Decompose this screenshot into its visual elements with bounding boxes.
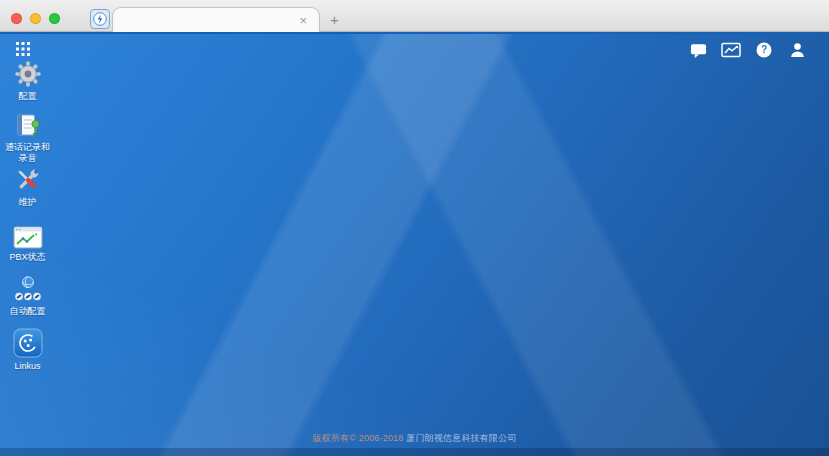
topbar-actions: ?: [688, 41, 807, 59]
chat-icon[interactable]: [688, 41, 708, 59]
copyright-company: 厦门朗视信息科技有限公司: [404, 433, 517, 443]
pbx-desktop: ?: [0, 32, 829, 456]
traffic-lights: [11, 13, 60, 24]
sidebar-item-settings[interactable]: 配置: [0, 60, 55, 102]
window-close-button[interactable]: [11, 13, 22, 24]
sidebar-item-label: PBX状态: [9, 252, 45, 263]
copyright-text: 版权所有© 2006-2018 厦门朗视信息科技有限公司: [0, 432, 829, 445]
maintenance-tools-icon: [14, 166, 42, 194]
window-minimize-button[interactable]: [30, 13, 41, 24]
svg-text:?: ?: [761, 44, 767, 55]
help-icon[interactable]: ?: [754, 41, 774, 59]
sidebar-item-label: 自动配置: [10, 306, 46, 317]
window-zoom-button[interactable]: [49, 13, 60, 24]
auto-provision-icon: [13, 276, 43, 303]
sidebar-item-label: 通话记录和录音: [2, 142, 54, 164]
status-monitor-icon[interactable]: [721, 41, 741, 59]
call-log-recording-icon: [14, 112, 42, 139]
copyright-prefix: 版权所有© 2006-2018: [312, 433, 403, 443]
sidebar-item-label: 维护: [19, 197, 37, 208]
lightning-icon[interactable]: [90, 9, 110, 29]
app-grid-icon[interactable]: [16, 42, 32, 58]
sidebar-item-pbx-status[interactable]: PBX状态: [0, 226, 55, 263]
new-tab-button[interactable]: +: [330, 11, 339, 28]
sidebar-item-label: Linkus: [14, 361, 40, 372]
pbx-status-icon: [13, 226, 43, 249]
sidebar-item-linkus[interactable]: Linkus: [0, 328, 55, 372]
browser-chrome: × +: [0, 0, 829, 32]
sidebar-item-label: 配置: [19, 91, 37, 102]
browser-tab[interactable]: ×: [112, 7, 320, 32]
linkus-app-icon: [13, 328, 43, 358]
user-icon[interactable]: [787, 41, 807, 59]
tab-close-icon[interactable]: ×: [297, 14, 309, 27]
gear-icon: [14, 60, 42, 88]
sidebar-item-cdr-recordings[interactable]: 通话记录和录音: [0, 112, 55, 164]
sidebar-item-auto-provisioning[interactable]: 自动配置: [0, 276, 55, 317]
sidebar-item-maintenance[interactable]: 维护: [0, 166, 55, 208]
